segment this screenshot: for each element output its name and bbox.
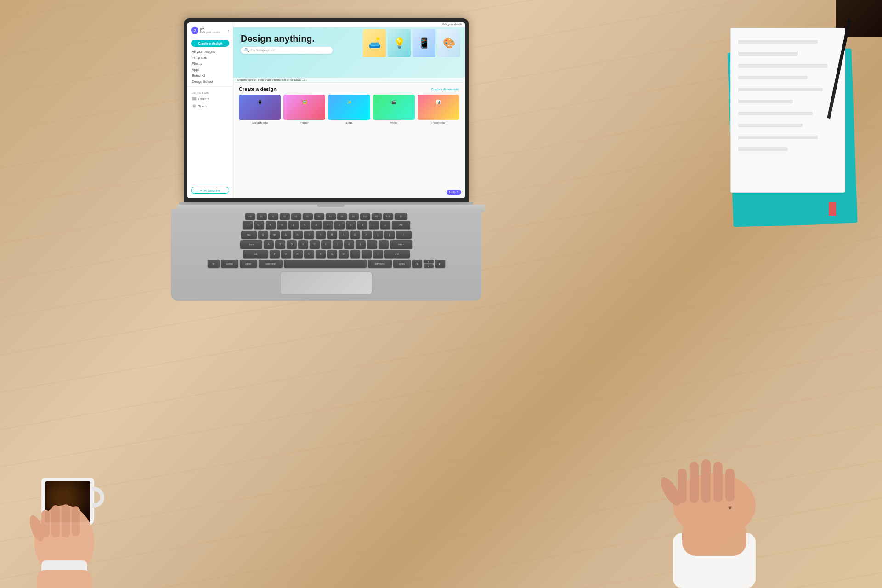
key-f2[interactable]: F2 — [268, 213, 278, 220]
key-arrow-down[interactable]: ▼ — [424, 264, 434, 268]
key-f10[interactable]: F10 — [360, 213, 370, 220]
key-tab[interactable]: tab — [241, 231, 257, 239]
create-design-button[interactable]: Create a design — [191, 40, 229, 47]
hero-search-bar[interactable]: 🔍 Try 'Infographics' — [241, 47, 333, 54]
key-comma[interactable]: , — [350, 250, 360, 258]
key-control[interactable]: control — [221, 260, 238, 268]
key-fn[interactable]: fn — [208, 260, 220, 268]
key-i[interactable]: I — [339, 231, 349, 239]
key-backspace[interactable]: ⌫ — [392, 221, 410, 229]
sidebar-item-templates[interactable]: Templates — [187, 55, 233, 61]
key-f8[interactable]: F8 — [337, 213, 347, 220]
trackpad[interactable] — [280, 271, 372, 294]
key-v[interactable]: V — [304, 250, 314, 258]
key-quote[interactable]: ' — [379, 240, 389, 249]
canva-app[interactable]: J jra Edit your details ▾ Create a desig… — [187, 22, 465, 198]
key-spacebar[interactable] — [284, 260, 367, 268]
key-o[interactable]: O — [350, 231, 360, 239]
key-backslash[interactable]: \ — [396, 231, 412, 239]
key-q[interactable]: Q — [258, 231, 268, 239]
key-1[interactable]: 1 — [254, 221, 264, 229]
key-f6[interactable]: F6 — [314, 213, 324, 220]
key-k[interactable]: K — [344, 240, 354, 249]
sidebar-item-all-designs[interactable]: All your designs — [187, 49, 233, 55]
key-f7[interactable]: F7 — [326, 213, 336, 220]
topbar-link[interactable]: Edit your details — [442, 23, 462, 26]
key-minus[interactable]: - — [369, 221, 379, 229]
key-option-left[interactable]: option — [240, 260, 257, 268]
key-f12[interactable]: F12 — [383, 213, 393, 220]
key-w[interactable]: W — [270, 231, 280, 239]
key-f9[interactable]: F9 — [349, 213, 359, 220]
key-semicolon[interactable]: ; — [367, 240, 377, 249]
key-delete[interactable]: ⌦ — [395, 213, 407, 220]
key-backtick[interactable]: ` — [243, 221, 253, 229]
custom-dimensions-link[interactable]: Custom dimensions — [431, 88, 459, 91]
key-3[interactable]: 3 — [277, 221, 287, 229]
covid-banner[interactable]: Stop the spread. Help share information … — [233, 78, 465, 83]
key-caps[interactable]: caps — [240, 240, 262, 249]
try-canva-pro-button[interactable]: ✦ Try Canva Pro — [191, 187, 229, 194]
key-slash[interactable]: / — [373, 250, 383, 258]
design-card-poster[interactable]: 🖼️ Poster — [283, 95, 325, 124]
sidebar-item-design-school[interactable]: Design School — [187, 79, 233, 85]
key-2[interactable]: 2 — [266, 221, 276, 229]
key-g[interactable]: G — [310, 240, 320, 249]
key-7[interactable]: 7 — [323, 221, 333, 229]
key-shift-right[interactable]: shift — [384, 250, 410, 258]
key-n[interactable]: N — [327, 250, 337, 258]
key-j[interactable]: J — [333, 240, 343, 249]
design-card-social-media[interactable]: 📱 Social Media — [239, 95, 281, 124]
key-lbracket[interactable]: [ — [373, 231, 383, 239]
key-f4[interactable]: F4 — [291, 213, 301, 220]
key-arrow-left[interactable]: ◄ — [412, 260, 422, 268]
key-z[interactable]: Z — [270, 250, 280, 258]
key-t[interactable]: T — [304, 231, 314, 239]
key-l[interactable]: L — [356, 240, 366, 249]
sidebar-item-apps[interactable]: Apps — [187, 67, 233, 73]
design-card-video[interactable]: 🎬 Video — [373, 95, 415, 124]
key-equals[interactable]: = — [380, 221, 390, 229]
key-e[interactable]: E — [281, 231, 291, 239]
sidebar-item-photos[interactable]: Photos — [187, 61, 233, 67]
key-command-left[interactable]: command — [259, 260, 283, 268]
key-m[interactable]: M — [339, 250, 349, 258]
key-r[interactable]: R — [293, 231, 303, 239]
key-u[interactable]: U — [327, 231, 337, 239]
key-9[interactable]: 9 — [346, 221, 356, 229]
key-y[interactable]: Y — [316, 231, 326, 239]
key-x[interactable]: X — [281, 250, 291, 258]
sidebar-item-brand-kit[interactable]: Brand Kit — [187, 73, 233, 79]
key-h[interactable]: H — [321, 240, 331, 249]
key-f1[interactable]: F1 — [257, 213, 267, 220]
key-s[interactable]: S — [275, 240, 285, 249]
key-4[interactable]: 4 — [288, 221, 299, 229]
key-p[interactable]: P — [362, 231, 372, 239]
key-command-right[interactable]: command — [368, 260, 392, 268]
key-return[interactable]: return — [390, 240, 412, 249]
key-period[interactable]: . — [362, 250, 372, 258]
key-shift-left[interactable]: shift — [243, 250, 268, 258]
key-f3[interactable]: F3 — [280, 213, 290, 220]
key-arrow-up[interactable]: ▲ — [424, 260, 434, 263]
key-option-right[interactable]: option — [393, 260, 411, 268]
help-button[interactable]: Help ? — [447, 190, 461, 195]
sidebar-user-section[interactable]: J jra Edit your details ▾ — [187, 25, 233, 36]
key-d[interactable]: D — [287, 240, 297, 249]
key-c[interactable]: C — [293, 250, 303, 258]
key-5[interactable]: 5 — [300, 221, 310, 229]
key-f5[interactable]: F5 — [303, 213, 313, 220]
key-rbracket[interactable]: ] — [384, 231, 395, 239]
key-b[interactable]: B — [316, 250, 326, 258]
sidebar-item-trash[interactable]: Trash — [187, 102, 233, 110]
key-esc[interactable]: esc — [245, 213, 255, 220]
key-arrow-right[interactable]: ► — [435, 260, 445, 268]
sidebar-item-folders[interactable]: Folders — [187, 95, 233, 102]
key-8[interactable]: 8 — [334, 221, 345, 229]
design-card-logo[interactable]: ✨ Logo — [328, 95, 370, 124]
key-a[interactable]: A — [264, 240, 274, 249]
design-card-presentation[interactable]: 📊 Presentation — [418, 95, 459, 124]
key-6[interactable]: 6 — [311, 221, 322, 229]
key-f[interactable]: F — [298, 240, 308, 249]
key-0[interactable]: 0 — [357, 221, 368, 229]
